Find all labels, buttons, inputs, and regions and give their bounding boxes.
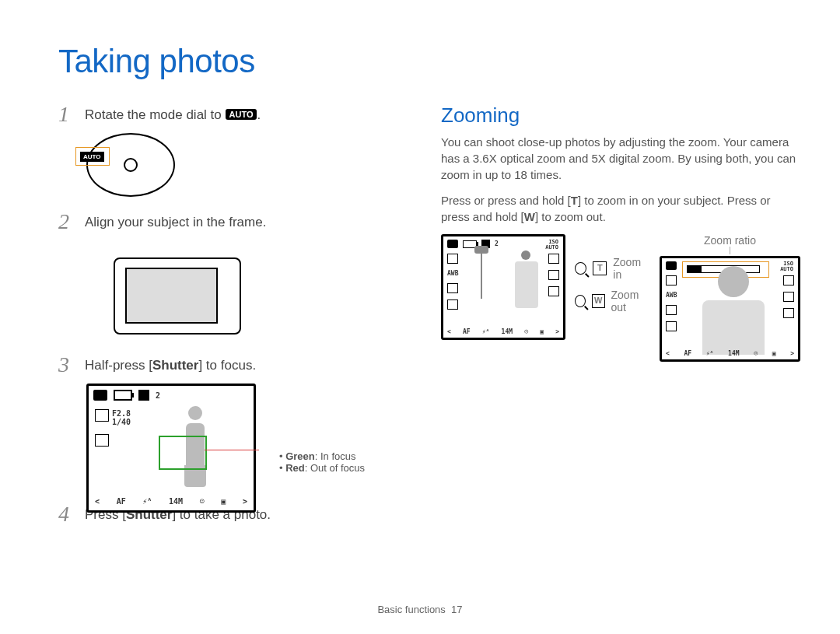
resolution-label: 14M xyxy=(502,328,513,335)
step-text: Align your subject in the frame. xyxy=(85,211,266,233)
zoom-in-label: Zoom in xyxy=(613,256,650,281)
camera-icon xyxy=(93,390,107,401)
zoom-description: You can shoot close-up photos by adjusti… xyxy=(441,134,800,183)
af-label: AF xyxy=(463,328,471,335)
camera-icon xyxy=(447,240,458,248)
step-number: 2 xyxy=(58,211,74,233)
step-text: Rotate the mode dial to AUTO. xyxy=(85,103,261,125)
focus-rectangle xyxy=(159,436,207,470)
two-column-layout: 1 Rotate the mode dial to AUTO. AUTO 2 A… xyxy=(58,103,803,531)
callout-tick xyxy=(730,247,730,254)
zoom-examples-row: 2 ISOAUTO AWB xyxy=(441,234,800,362)
mode-icon xyxy=(666,305,677,315)
auto-label: AUTO xyxy=(80,152,104,162)
focus-color-legend: Green: In focus Red: Out of focus xyxy=(279,450,411,474)
step-text: Half-press [Shutter] to focus. xyxy=(85,354,256,376)
col-left: 1 Rotate the mode dial to AUTO. AUTO 2 A… xyxy=(58,103,418,531)
awb-label: AWB xyxy=(666,292,677,299)
step-number: 1 xyxy=(58,103,74,125)
magnifier-plus-icon xyxy=(575,262,586,275)
drive-mode-icon: ▣ xyxy=(772,350,776,357)
manual-page: Taking photos 1 Rotate the mode dial to … xyxy=(0,0,840,634)
lcd-wide: 2 ISOAUTO AWB xyxy=(441,234,565,340)
ois-icon xyxy=(666,275,677,285)
footer-page-number: 17 xyxy=(451,604,462,615)
footer-section: Basic functions xyxy=(377,604,445,615)
zoom-ratio-wrap: Zoom ratio ISOAUTO AWB xyxy=(660,234,800,362)
zoom-instruction: Press or press and hold [T] to zoom in o… xyxy=(441,192,800,225)
page-title: Taking photos xyxy=(58,43,803,80)
magnifier-minus-icon xyxy=(575,295,586,307)
battery-icon xyxy=(114,390,132,401)
right-chevron-icon: > xyxy=(243,497,247,506)
step-number: 4 xyxy=(58,503,74,525)
left-chevron-icon: < xyxy=(95,497,100,506)
flash-auto-icon: ⚡ᴬ xyxy=(482,328,490,335)
steps-list: 2 Align your subject in the frame. xyxy=(58,211,418,233)
steps-list: 1 Rotate the mode dial to AUTO. xyxy=(58,103,418,125)
resolution-label: 14M xyxy=(169,497,183,506)
af-label: AF xyxy=(684,350,691,357)
tone-icon xyxy=(783,275,794,285)
face-detect-icon: ☺ xyxy=(754,350,758,357)
flash-auto-icon: ⚡ᴬ xyxy=(142,497,152,506)
awb-label: AWB xyxy=(447,270,458,277)
zoom-ratio-label: Zoom ratio xyxy=(704,234,756,247)
hold-camera-illustration xyxy=(86,240,418,340)
ev-icon xyxy=(783,308,794,318)
shutter-speed: 1/40 xyxy=(112,418,131,426)
steps-list: 3 Half-press [Shutter] to focus. xyxy=(58,354,418,376)
sharpness-icon xyxy=(548,270,559,280)
drive-mode-icon: ▣ xyxy=(221,497,226,506)
mode-dial-illustration: AUTO xyxy=(86,133,418,197)
left-chevron-icon: < xyxy=(447,328,451,335)
step-2: 2 Align your subject in the frame. xyxy=(58,211,418,233)
left-chevron-icon: < xyxy=(666,350,670,357)
resolution-label: 14M xyxy=(728,350,739,357)
mode-icon xyxy=(447,283,458,293)
memory-card-icon xyxy=(138,390,149,401)
drive-mode-icon: ▣ xyxy=(540,328,544,335)
lcd-tele: ISOAUTO AWB xyxy=(660,256,800,362)
metering-icon xyxy=(95,434,109,447)
ois-icon xyxy=(447,254,458,264)
tone-icon xyxy=(548,254,559,264)
zoom-heading: Zooming xyxy=(441,103,800,128)
step-number: 3 xyxy=(58,354,74,376)
zoom-controls: T Zoom in W Zoom out xyxy=(575,256,650,313)
shots-remaining: 2 xyxy=(156,391,160,400)
camera-lcd: 2 F2.8 1/40 < AF xyxy=(86,384,256,513)
mode-dial: AUTO xyxy=(86,133,175,197)
step-3: 3 Half-press [Shutter] to focus. xyxy=(58,354,418,376)
step-1: 1 Rotate the mode dial to AUTO. xyxy=(58,103,418,125)
ois-icon xyxy=(95,409,109,422)
af-label: AF xyxy=(117,497,126,506)
metering-icon xyxy=(447,299,458,310)
shots-remaining: 2 xyxy=(495,240,499,247)
face-detect-icon: ☺ xyxy=(524,328,528,335)
right-chevron-icon: > xyxy=(555,328,559,335)
zoom-in-button[interactable]: T xyxy=(593,261,607,275)
sharpness-icon xyxy=(783,292,794,302)
page-footer: Basic functions 17 xyxy=(0,604,840,615)
right-chevron-icon: > xyxy=(790,350,794,357)
col-right: Zooming You can shoot close-up photos by… xyxy=(441,103,800,531)
face-detect-icon: ☺ xyxy=(200,497,205,506)
flash-auto-icon: ⚡ᴬ xyxy=(706,350,714,357)
camera-icon xyxy=(666,261,677,270)
aperture-value: F2.8 xyxy=(112,409,131,418)
metering-icon xyxy=(666,321,677,331)
zoom-out-label: Zoom out xyxy=(611,289,650,313)
auto-mode-badge: AUTO xyxy=(226,109,257,120)
ev-icon xyxy=(548,286,559,296)
zoom-out-button[interactable]: W xyxy=(592,294,605,308)
callout-line xyxy=(205,450,259,450)
